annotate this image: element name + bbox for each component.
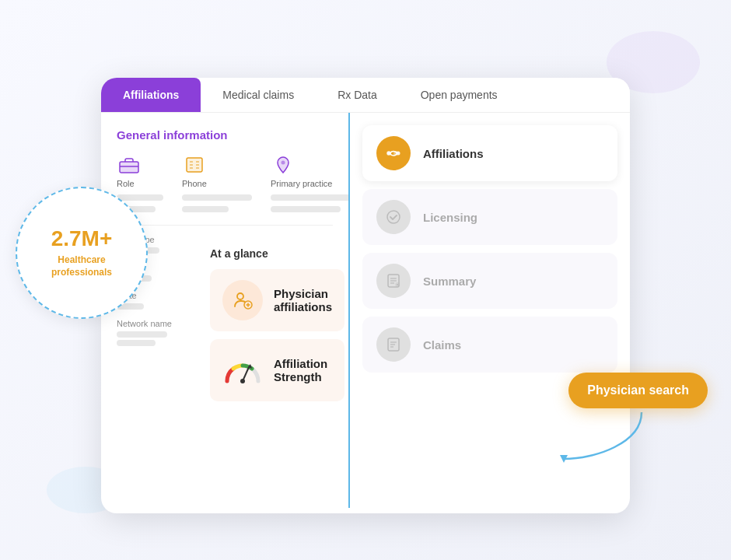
summary-card-label: Summary [423, 275, 476, 288]
at-a-glance-title: At a glance [210, 247, 345, 260]
stats-label: Healthcareprofessionals [51, 254, 112, 278]
svg-rect-0 [120, 162, 138, 173]
affiliations-card-label: Affiliations [423, 147, 484, 160]
role-skeleton [117, 194, 163, 201]
svg-point-11 [282, 161, 285, 165]
physician-search-button[interactable]: Physician search [568, 373, 708, 408]
affiliation-strength-label: AffiliationStrength [274, 357, 327, 383]
tab-rx-data[interactable]: Rx Data [316, 78, 399, 112]
svg-point-12 [237, 293, 243, 299]
right-affiliations-card[interactable]: Affiliations [362, 125, 617, 181]
practice-skeleton2 [271, 206, 341, 212]
licensing-icon-circle [376, 200, 411, 234]
network-skeleton2 [117, 340, 156, 346]
svg-point-17 [240, 379, 245, 383]
arrow-curve [548, 404, 657, 467]
primary-practice-field: Primary practice [271, 154, 350, 212]
right-summary-card[interactable]: Summary [362, 253, 617, 309]
role-label: Role [117, 179, 135, 188]
svg-point-20 [387, 211, 400, 223]
tab-affiliations[interactable]: Affiliations [101, 78, 201, 112]
physician-affiliations-icon [222, 280, 263, 320]
right-claims-card[interactable]: Claims [362, 317, 617, 373]
info-icons-row: Role [117, 154, 333, 212]
phone-field: Phone [182, 154, 252, 212]
svg-rect-6 [190, 164, 193, 166]
primary-practice-label: Primary practice [271, 179, 332, 188]
primary-practice-icon [271, 154, 296, 176]
phone-icon [182, 154, 207, 176]
svg-rect-10 [196, 167, 199, 169]
network-skeleton [117, 331, 167, 338]
physician-affiliations-label: Physicianaffiliations [274, 287, 332, 313]
claims-icon-circle [376, 327, 411, 362]
svg-rect-8 [196, 161, 199, 163]
left-panel: General information [101, 113, 350, 508]
divider1 [117, 225, 333, 226]
phone-label: Phone [182, 179, 207, 188]
affiliations-icon-circle [376, 136, 411, 170]
stats-number: 2.7M+ [51, 226, 113, 251]
physician-affiliations-card[interactable]: Physicianaffiliations [210, 269, 345, 331]
affiliation-strength-icon [222, 350, 263, 390]
page-wrapper: 2.7M+ Healthcareprofessionals Affiliatio… [0, 0, 731, 560]
general-info-title: General information [117, 128, 333, 142]
at-a-glance: At a glance [210, 235, 345, 409]
svg-rect-9 [196, 164, 199, 166]
svg-rect-5 [190, 161, 193, 163]
tab-medical-claims[interactable]: Medical claims [201, 78, 316, 112]
summary-icon-circle [376, 264, 411, 298]
svg-rect-7 [190, 167, 193, 169]
phone-skeleton [182, 194, 252, 201]
licensing-card-label: Licensing [423, 211, 477, 224]
practice-skeleton [271, 194, 350, 201]
tab-open-payments[interactable]: Open payments [399, 78, 519, 112]
network-name-label: Network name [117, 319, 193, 328]
svg-rect-3 [187, 158, 202, 172]
role-icon [117, 154, 142, 176]
claims-card-label: Claims [423, 338, 461, 352]
phone-skeleton2 [182, 206, 229, 212]
affiliation-strength-card[interactable]: AffiliationStrength [210, 339, 345, 401]
lower-section: Firm Type City State Network name [117, 235, 333, 409]
stats-circle: 2.7M+ Healthcareprofessionals [16, 187, 148, 319]
tab-bar: Affiliations Medical claims Rx Data Open… [101, 78, 630, 113]
network-name-field: Network name [117, 319, 193, 346]
right-licensing-card[interactable]: Licensing [362, 189, 617, 245]
